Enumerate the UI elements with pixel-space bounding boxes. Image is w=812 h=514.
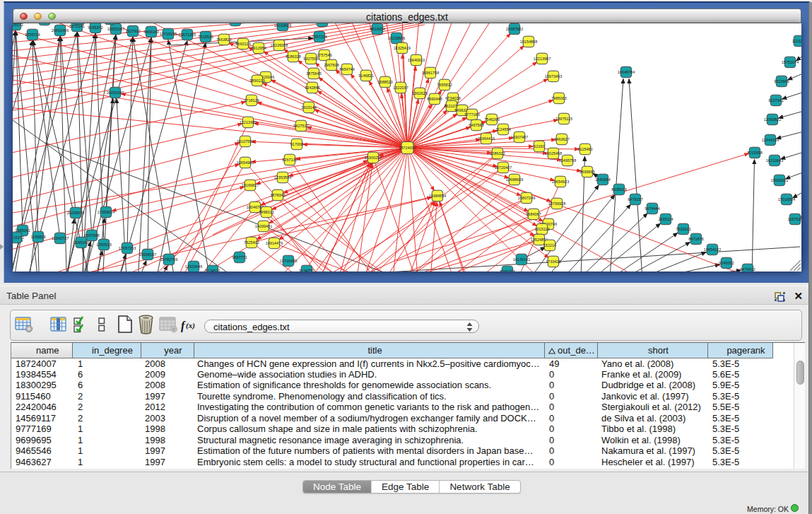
svg-text:9097588: 9097588 (84, 233, 99, 238)
svg-text:16961758: 16961758 (422, 71, 439, 75)
svg-text:10218506: 10218506 (388, 36, 405, 40)
svg-text:9115460: 9115460 (577, 147, 592, 151)
svg-text:1733426: 1733426 (546, 259, 560, 264)
svg-text:19654923: 19654923 (552, 180, 569, 184)
svg-text:6734028: 6734028 (445, 96, 460, 100)
svg-text:20206578: 20206578 (67, 211, 84, 215)
svg-text:9323966: 9323966 (774, 79, 789, 83)
svg-text:8454749: 8454749 (339, 67, 354, 71)
svg-text:13716485: 13716485 (280, 259, 297, 263)
svg-text:2935114: 2935114 (658, 217, 673, 221)
svg-text:7485063: 7485063 (551, 96, 566, 100)
svg-text:11325419: 11325419 (394, 46, 411, 50)
svg-text:2055724: 2055724 (25, 33, 40, 37)
svg-text:2086322: 2086322 (490, 151, 505, 156)
svg-text:8186328: 8186328 (286, 54, 300, 59)
svg-text:12495758: 12495758 (559, 158, 576, 163)
svg-text:9155372: 9155372 (88, 25, 102, 30)
svg-text:8699695: 8699695 (579, 170, 594, 174)
svg-text:18724007: 18724007 (399, 146, 416, 150)
svg-text:16648784: 16648784 (618, 70, 635, 74)
svg-text:10719155: 10719155 (160, 32, 177, 36)
svg-text:9474444: 9474444 (645, 206, 659, 211)
svg-text:1588520: 1588520 (377, 80, 392, 84)
svg-text:6479197: 6479197 (628, 197, 642, 201)
svg-text:7625402: 7625402 (244, 240, 259, 245)
svg-text:16033809: 16033809 (274, 23, 291, 28)
svg-text:12093822: 12093822 (764, 117, 781, 122)
svg-text:(x): (x) (186, 321, 195, 330)
svg-text:1405572: 1405572 (13, 23, 23, 27)
svg-text:1015112: 1015112 (534, 227, 549, 231)
svg-text:9777169: 9777169 (464, 112, 479, 117)
svg-text:7515526: 7515526 (198, 35, 213, 39)
svg-text:1113254: 1113254 (792, 39, 801, 43)
svg-text:10025458: 10025458 (545, 151, 562, 156)
svg-text:3124554: 3124554 (495, 127, 510, 132)
svg-text:8471876: 8471876 (688, 237, 703, 241)
svg-text:7357224: 7357224 (312, 35, 326, 39)
svg-text:9657771: 9657771 (232, 255, 247, 259)
svg-text:3875645: 3875645 (306, 71, 321, 76)
svg-text:10107552: 10107552 (237, 139, 254, 144)
svg-text:17359924: 17359924 (98, 210, 114, 214)
svg-text:10720407: 10720407 (495, 165, 512, 170)
svg-text:8938923: 8938923 (611, 187, 626, 192)
svg-text:6497568: 6497568 (469, 123, 483, 127)
svg-text:10307487: 10307487 (511, 135, 528, 139)
svg-text:15640910: 15640910 (408, 58, 425, 62)
svg-text:14136141: 14136141 (513, 257, 530, 262)
svg-text:20053346: 20053346 (107, 90, 124, 95)
svg-text:7632621: 7632621 (676, 227, 690, 231)
svg-text:2967608: 2967608 (324, 63, 339, 67)
svg-text:1322037: 1322037 (393, 86, 408, 90)
svg-text:9245052: 9245052 (719, 261, 734, 265)
svg-text:9134752: 9134752 (299, 269, 314, 271)
svg-text:8215958: 8215958 (747, 151, 762, 155)
svg-text:8231203: 8231203 (500, 269, 514, 271)
svg-text:12444159: 12444159 (762, 138, 779, 142)
svg-text:10154808: 10154808 (520, 40, 537, 44)
svg-text:1156829: 1156829 (30, 235, 45, 239)
svg-text:14099481: 14099481 (255, 224, 272, 228)
svg-text:10654122: 10654122 (704, 247, 721, 252)
svg-text:17957253: 17957253 (119, 246, 136, 250)
svg-text:12213382: 12213382 (240, 120, 257, 124)
svg-text:2757546: 2757546 (317, 53, 331, 57)
svg-text:9684067: 9684067 (526, 212, 541, 216)
svg-text:10671355: 10671355 (179, 33, 196, 37)
svg-text:20364416: 20364416 (478, 136, 495, 141)
svg-text:9463627: 9463627 (554, 137, 569, 141)
svg-text:8813054: 8813054 (370, 27, 384, 31)
svg-text:9427512: 9427512 (293, 124, 308, 128)
svg-text:6466160: 6466160 (143, 30, 158, 34)
svg-text:10958197: 10958197 (139, 252, 156, 257)
svg-text:12342737: 12342737 (52, 236, 69, 240)
svg-text:917006: 917006 (290, 142, 303, 146)
svg-text:14914479: 14914479 (266, 241, 283, 245)
svg-text:8134521: 8134521 (205, 269, 220, 271)
svg-text:19166827: 19166827 (242, 183, 259, 187)
svg-text:15300257: 15300257 (365, 156, 382, 160)
svg-text:8990448: 8990448 (427, 97, 442, 101)
svg-text:16210643: 16210643 (766, 158, 783, 163)
svg-text:8267130: 8267130 (282, 158, 297, 162)
svg-text:3915372: 3915372 (13, 235, 24, 240)
svg-text:13975115: 13975115 (555, 117, 572, 121)
svg-text:19384554: 19384554 (429, 194, 446, 198)
svg-text:1250513: 1250513 (96, 243, 111, 247)
svg-text:9242845: 9242845 (305, 86, 319, 90)
svg-text:20387682: 20387682 (506, 27, 523, 31)
svg-text:15751074: 15751074 (782, 60, 799, 64)
svg-text:15692921: 15692921 (771, 178, 788, 182)
svg-text:10782759: 10782759 (160, 257, 177, 262)
svg-text:7663822: 7663822 (216, 37, 231, 42)
svg-text:20691406: 20691406 (52, 28, 69, 33)
svg-text:17016504: 17016504 (778, 197, 795, 201)
svg-text:12353594: 12353594 (274, 175, 291, 180)
svg-text:10553267: 10553267 (107, 27, 124, 31)
svg-text:2718129: 2718129 (244, 98, 259, 103)
svg-text:1362625: 1362625 (412, 91, 427, 95)
svg-text:3912954: 3912954 (251, 46, 266, 50)
svg-text:10654982: 10654982 (237, 160, 254, 165)
